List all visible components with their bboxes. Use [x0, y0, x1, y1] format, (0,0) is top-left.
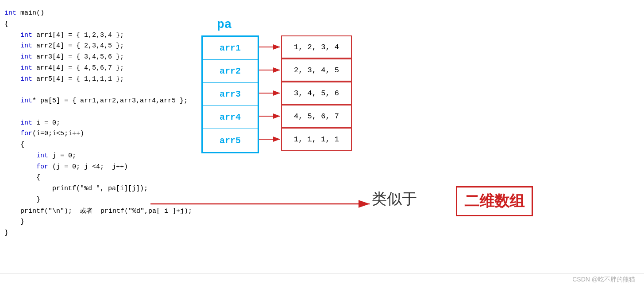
code-line-15: for (j = 0; j <4; j++)	[4, 162, 186, 173]
code-line-8	[4, 85, 186, 96]
code-line-13: {	[4, 140, 186, 151]
code-line-10	[4, 107, 186, 118]
data-arrays-boxes: 1, 2, 3, 4 2, 3, 4, 5 3, 4, 5, 6 4, 5, 6…	[281, 35, 352, 151]
code-line-2: {	[4, 19, 186, 30]
code-line-4: int arr2[4] = { 2,3,4,5 };	[4, 41, 186, 52]
code-line-7: int arr5[4] = { 1,1,1,1 };	[4, 74, 186, 85]
code-line-19: printf("\n"); 或者 printf("%d",pa[ i ]+j);	[4, 206, 186, 217]
pointer-array-box: arr1 arr2 arr3 arr4 arr5	[201, 35, 259, 153]
code-line-17: printf("%d ", pa[i][j]);	[4, 184, 186, 195]
data-box-arr3: 3, 4, 5, 6	[281, 82, 352, 105]
code-line-9: int* pa[5] = { arr1,arr2,arr3,arr4,arr5 …	[4, 96, 186, 107]
pa-label: pa	[217, 18, 232, 31]
annotation-boxed-text: 二维数组	[456, 186, 533, 216]
watermark: CSDN @吃不胖的熊猫	[572, 276, 635, 284]
code-line-12: for(i=0;i<5;i++)	[4, 129, 186, 140]
code-line-20: }	[4, 217, 186, 228]
code-line-3: int arr1[4] = { 1,2,3,4 };	[4, 30, 186, 41]
pointer-row-arr4: arr4	[203, 106, 258, 129]
code-line-6: int arr4[4] = { 4,5,6,7 };	[4, 63, 186, 74]
code-line-14: int j = 0;	[4, 151, 186, 162]
data-box-arr4: 4, 5, 6, 7	[281, 105, 352, 128]
data-box-arr1: 1, 2, 3, 4	[281, 35, 352, 59]
code-line-16: {	[4, 172, 186, 184]
code-line-5: int arr3[4] = { 3,4,5,6 };	[4, 52, 186, 63]
code-line-21: }	[4, 228, 186, 239]
code-area: int main() { int arr1[4] = { 1,2,3,4 }; …	[0, 0, 190, 247]
pointer-row-arr1: arr1	[203, 37, 258, 60]
bottom-divider	[0, 273, 644, 273]
data-box-arr2: 2, 3, 4, 5	[281, 59, 352, 82]
pointer-row-arr2: arr2	[203, 60, 258, 83]
pointer-row-arr5: arr5	[203, 129, 258, 152]
pointer-row-arr3: arr3	[203, 83, 258, 106]
code-line-11: int i = 0;	[4, 118, 186, 129]
code-line-18: }	[4, 195, 186, 206]
code-line-1: int main()	[4, 8, 186, 19]
data-box-arr5: 1, 1, 1, 1	[281, 128, 352, 151]
annotation-prefix: 类似于	[372, 189, 417, 209]
